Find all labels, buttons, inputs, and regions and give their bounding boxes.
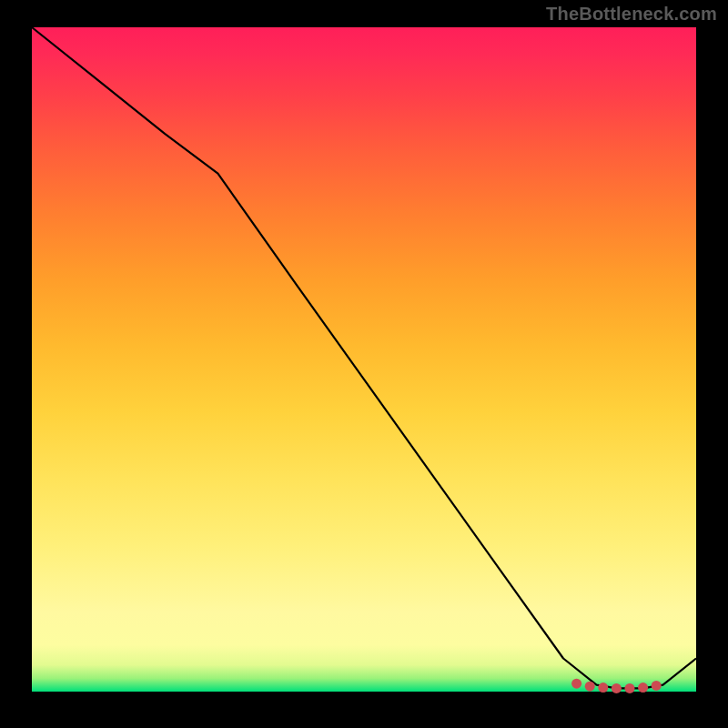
- bottleneck-curve: [32, 27, 696, 688]
- chart-svg: [32, 27, 696, 692]
- chart-container: TheBottleneck.com: [0, 0, 728, 728]
- watermark-label: TheBottleneck.com: [546, 4, 717, 25]
- marker-dot: [612, 683, 622, 693]
- optimal-range-markers: [571, 679, 662, 693]
- marker-dot: [571, 679, 581, 689]
- marker-dot: [652, 681, 662, 691]
- marker-dot: [598, 682, 608, 693]
- marker-dot: [585, 682, 595, 692]
- plot-area: [32, 27, 696, 692]
- marker-dot: [638, 682, 648, 693]
- marker-dot: [625, 683, 635, 693]
